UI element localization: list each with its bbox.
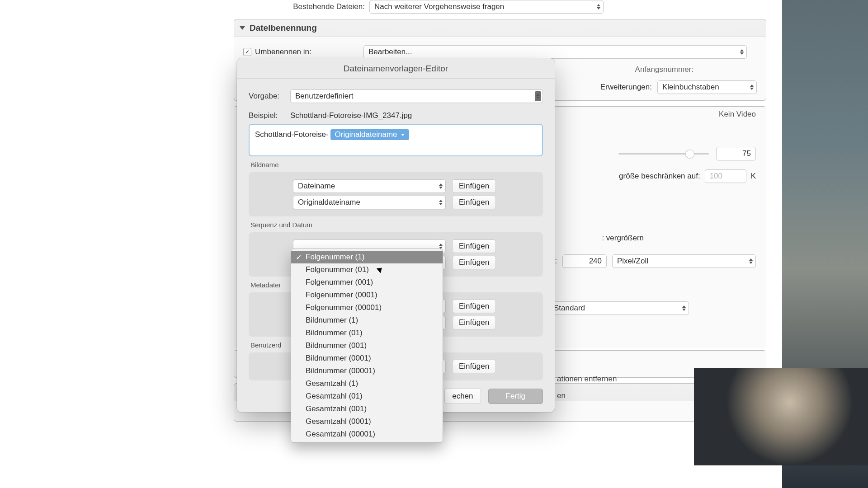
limit-field[interactable]: 100 [705, 169, 746, 183]
rename-select[interactable]: Bearbeiten... [363, 45, 747, 59]
res-unit-select[interactable]: Pixel/Zoll [612, 254, 756, 268]
group-sequence-title: Sequenz und Datum [250, 221, 543, 229]
insert-custom-button[interactable]: Einfügen [452, 360, 496, 373]
limit-unit: K [751, 172, 756, 181]
sharpen-select[interactable]: Standard [549, 301, 689, 315]
dropdown-item[interactable]: Bildnummer (1) [291, 314, 443, 327]
dropdown-item[interactable]: Gesamtzahl (01) [291, 390, 443, 403]
insert-meta1-button[interactable]: Einfügen [452, 300, 496, 313]
cancel-button[interactable]: echen [444, 389, 481, 404]
template-prefix: Schottland-Fotoreise- [255, 130, 329, 139]
en-fragment: en [557, 391, 566, 400]
res-unit: Pixel/Zoll [617, 257, 648, 266]
group-bildname-title: Bildname [250, 161, 543, 169]
insert-sequence-button[interactable]: Einfügen [452, 239, 496, 253]
remove-info-fragment: ationen entfernen [557, 375, 617, 384]
insert-filename-button[interactable]: Einfügen [452, 179, 496, 193]
insert-meta2-button[interactable]: Einfügen [452, 316, 496, 329]
insert-origfilename-button[interactable]: Einfügen [452, 196, 496, 209]
example-value: Schottland-Fotoreise-IMG_2347.jpg [290, 111, 412, 120]
existing-files-row: Bestehende Dateien: Nach weiterer Vorgeh… [234, 0, 766, 14]
section-filenaming-header[interactable]: Dateibenennung [234, 19, 766, 37]
token-label: Originaldateiname [335, 130, 397, 139]
dropdown-item[interactable]: Bildnummer (01) [291, 327, 443, 339]
quality-slider[interactable] [618, 153, 709, 155]
quality-value: 75 [742, 149, 751, 158]
dropdown-item[interactable]: Gesamtzahl (00001) [291, 428, 443, 441]
existing-files-label: Bestehende Dateien: [234, 2, 369, 11]
dropdown-item[interactable]: Bildnummer (001) [291, 339, 443, 352]
preset-label: Vorgabe: [249, 92, 290, 101]
insert-date-button[interactable]: Einfügen [452, 256, 496, 269]
chevrons-icon [740, 49, 744, 55]
res-value: 240 [589, 257, 602, 266]
dropdown-item[interactable]: Folgenummer (00001) [291, 301, 443, 314]
chevron-down-icon [401, 134, 405, 136]
origfilename-select[interactable]: Originaldateiname [293, 196, 446, 209]
extensions-value: Kleinbuchstaben [662, 83, 719, 92]
origfilename-select-value: Originaldateiname [298, 198, 360, 207]
limit-label: größe beschränken auf: [619, 172, 700, 181]
webcam-overlay [694, 368, 868, 465]
dropdown-item[interactable]: Folgenummer (001) [291, 276, 443, 289]
sharpen-value: Standard [554, 304, 585, 313]
chevrons-icon [749, 258, 753, 264]
example-label: Beispiel: [249, 111, 290, 120]
dropdown-item[interactable]: Bildnummer (0001) [291, 352, 443, 365]
existing-files-select[interactable]: Nach weiterer Vorgehensweise fragen [369, 0, 604, 14]
dropdown-item[interactable]: Folgenummer (1) [291, 251, 443, 263]
chevrons-icon [439, 200, 443, 205]
quality-value-field[interactable]: 75 [716, 147, 756, 160]
dropdown-item[interactable]: Gesamtzahl (0001) [291, 415, 443, 428]
chevrons-icon [750, 84, 754, 90]
filename-select-value: Dateiname [298, 182, 335, 191]
res-field[interactable]: 240 [562, 254, 607, 268]
rename-row: Umbenennen in: Bearbeiten... [243, 45, 757, 59]
preset-value: Benutzerdefiniert [295, 92, 354, 101]
rename-value: Bearbeiten... [368, 47, 412, 56]
section-filenaming-title: Dateibenennung [250, 23, 317, 33]
dropdown-item[interactable]: Folgenummer (0001) [291, 289, 443, 301]
template-field[interactable]: Schottland-Fotoreise- Originaldateiname [249, 124, 543, 156]
dropdown-item[interactable]: Gesamtzahl (001) [291, 403, 443, 415]
rename-checkbox[interactable] [243, 48, 251, 56]
slider-thumb[interactable] [685, 150, 694, 159]
existing-files-value: Nach weiterer Vorgehensweise fragen [374, 2, 504, 11]
template-token-originalfilename[interactable]: Originaldateiname [330, 129, 409, 140]
dropdown-item[interactable]: Folgenummer (01) [291, 263, 443, 276]
chevrons-icon [682, 305, 686, 311]
group-bildname: Dateiname Einfügen Originaldateiname Ein… [249, 172, 543, 216]
chevrons-icon [535, 91, 541, 101]
sequence-dropdown[interactable]: Folgenummer (1) Folgenummer (01) Folgenu… [291, 249, 443, 443]
dialog-title: Dateinamenvorlagen-Editor [237, 58, 555, 79]
dropdown-item[interactable]: Bildnummer (00001) [291, 365, 443, 377]
extensions-label: Erweiterungen: [600, 83, 652, 92]
done-button[interactable]: Fertig [488, 389, 543, 404]
disclosure-triangle-icon [240, 26, 245, 30]
preset-select[interactable]: Benutzerdefiniert [290, 89, 543, 103]
chevrons-icon [597, 4, 600, 9]
extensions-select[interactable]: Kleinbuchstaben [657, 80, 757, 94]
no-video-badge: Kein Video [719, 110, 756, 119]
dropdown-item[interactable]: Gesamtzahl (1) [291, 377, 443, 390]
limit-placeholder: 100 [710, 172, 722, 181]
enlarge-label: : vergrößern [602, 234, 644, 243]
rename-label: Umbenennen in: [255, 47, 363, 56]
filename-select[interactable]: Dateiname [293, 179, 446, 193]
chevrons-icon [439, 183, 443, 189]
startnum-label: Anfangsnummer: [635, 65, 693, 74]
